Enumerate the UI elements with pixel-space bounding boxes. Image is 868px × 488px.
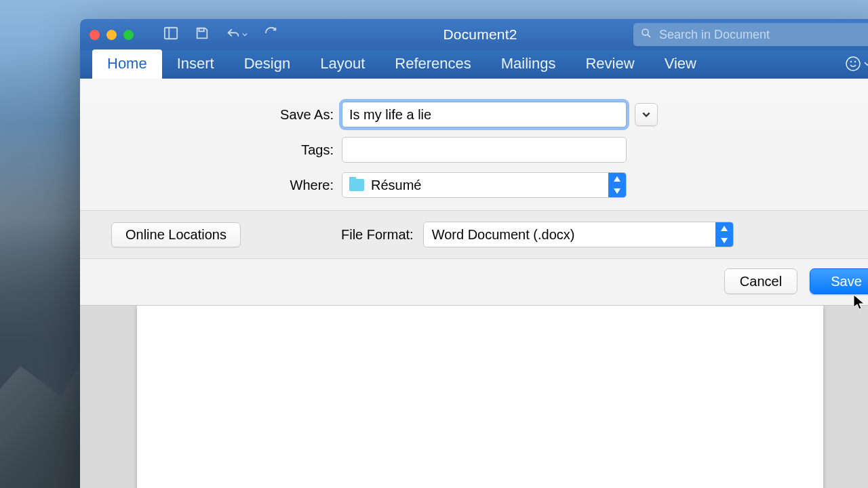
where-value: Résumé <box>371 178 421 193</box>
where-select[interactable]: Résumé <box>342 172 627 198</box>
sidebar-toggle-icon[interactable] <box>163 26 178 43</box>
redo-icon[interactable] <box>264 26 279 43</box>
window-titlebar: Document2 <box>80 19 868 50</box>
tab-design[interactable]: Design <box>229 49 305 79</box>
tags-label: Tags: <box>107 142 342 158</box>
stepper-icon <box>715 222 733 247</box>
search-icon <box>640 27 652 42</box>
tab-review[interactable]: Review <box>570 49 649 79</box>
traffic-lights <box>90 30 134 40</box>
cancel-button[interactable]: Cancel <box>724 268 797 294</box>
file-format-label: File Format: <box>341 227 414 243</box>
file-format-value: Word Document (.docx) <box>432 227 575 243</box>
save-button[interactable]: Save <box>810 268 868 294</box>
document-canvas[interactable] <box>80 306 868 488</box>
document-page[interactable] <box>137 306 823 488</box>
fullscreen-window-button[interactable] <box>123 30 134 40</box>
ribbon-tabs: Home Insert Design Layout References Mai… <box>80 50 868 79</box>
where-label: Where: <box>107 178 342 193</box>
save-as-label: Save As: <box>107 107 342 123</box>
folder-icon <box>349 179 364 191</box>
tags-input[interactable] <box>342 137 627 163</box>
save-icon[interactable] <box>195 26 210 43</box>
expand-save-dialog-button[interactable] <box>635 103 658 126</box>
svg-line-4 <box>648 35 650 37</box>
stepper-icon <box>608 173 626 197</box>
svg-point-6 <box>851 62 852 62</box>
tab-mailings[interactable]: Mailings <box>486 49 571 79</box>
online-locations-button[interactable]: Online Locations <box>111 222 241 247</box>
feedback-button[interactable] <box>845 56 868 72</box>
file-format-bar: Online Locations File Format: Word Docum… <box>80 210 868 259</box>
dialog-button-row: Cancel Save <box>80 259 868 305</box>
tab-insert[interactable]: Insert <box>162 49 229 79</box>
undo-icon[interactable] <box>226 27 248 42</box>
save-dialog-sheet: Save As: Tags: Where: Résumé <box>80 79 868 306</box>
svg-point-5 <box>846 57 860 70</box>
tab-layout[interactable]: Layout <box>305 49 380 79</box>
svg-rect-2 <box>199 28 203 32</box>
save-as-input[interactable] <box>342 102 627 127</box>
tab-view[interactable]: View <box>650 49 711 79</box>
file-format-select[interactable]: Word Document (.docx) <box>423 222 734 247</box>
svg-point-3 <box>642 29 648 35</box>
svg-point-7 <box>855 62 856 62</box>
tab-home[interactable]: Home <box>92 49 162 79</box>
word-window: Document2 Home Insert Design Layout Refe… <box>80 19 868 488</box>
minimize-window-button[interactable] <box>106 30 117 40</box>
document-search[interactable] <box>633 23 868 46</box>
svg-rect-0 <box>165 28 177 39</box>
tab-references[interactable]: References <box>380 49 486 79</box>
close-window-button[interactable] <box>90 30 100 40</box>
search-input[interactable] <box>658 27 868 43</box>
